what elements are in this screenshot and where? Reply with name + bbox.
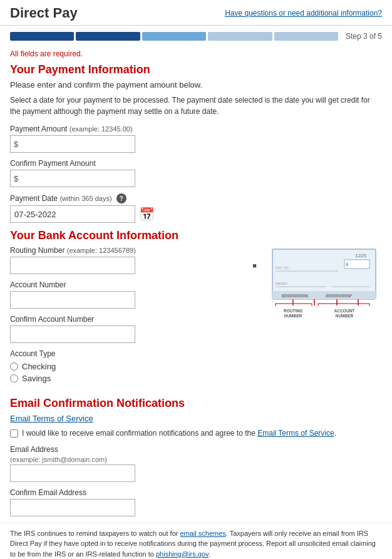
confirm-payment-label: Confirm Payment Amount	[10, 159, 382, 168]
email-consent-checkbox[interactable]	[10, 429, 18, 438]
bank-info-columns: Routing Number (example: 123456789) ■ Ac…	[10, 246, 382, 389]
phishing-link[interactable]: phishing@irs.gov	[156, 550, 209, 558]
svg-text:1225: 1225	[355, 253, 366, 259]
payment-info-text: Select a date for your payment to be pro…	[10, 95, 382, 117]
svg-rect-2	[344, 260, 369, 269]
savings-label: Savings	[22, 374, 51, 383]
svg-text:PAY TO: PAY TO	[276, 266, 289, 270]
account-label: Account Number	[10, 280, 259, 289]
confirm-payment-wrapper: $	[10, 170, 382, 187]
checking-radio-label[interactable]: Checking	[10, 362, 259, 371]
checkbox-text: I would like to receive email confirmati…	[22, 428, 336, 439]
tos-link[interactable]: Email Terms of Service	[10, 414, 93, 423]
date-wrapper: 📅	[10, 205, 382, 223]
confirm-dollar-prefix: $	[14, 174, 18, 183]
savings-radio-label[interactable]: Savings	[10, 374, 259, 383]
confirm-account-input[interactable]	[10, 326, 135, 343]
required-note: All fields are required.	[10, 49, 382, 58]
help-link[interactable]: Have questions or need additional inform…	[225, 9, 382, 18]
routing-input-wrapper: ■	[10, 257, 259, 274]
bank-section-title: Your Bank Account Information	[10, 229, 382, 242]
email-section-title: Email Confirmation Notifications	[10, 397, 382, 410]
payment-amount-label: Payment Amount (example: 12345.00)	[10, 125, 382, 133]
svg-text:000000000⑈: 000000000⑈	[326, 294, 352, 299]
confirm-email-label: Confirm Email Address	[10, 488, 382, 497]
svg-text:ROUTING: ROUTING	[284, 309, 302, 313]
payment-amount-group: Payment Amount (example: 12345.00) $	[10, 125, 382, 153]
calendar-icon[interactable]: 📅	[139, 207, 155, 222]
checking-radio[interactable]	[10, 362, 18, 371]
payment-date-label: Payment Date (within 365 days) ?	[10, 193, 382, 203]
savings-radio[interactable]	[10, 374, 18, 382]
payment-date-input[interactable]	[10, 205, 135, 223]
dollar-prefix: $	[14, 140, 18, 149]
payment-date-group: Payment Date (within 365 days) ? 📅	[10, 193, 382, 223]
email-consent-row: I would like to receive email confirmati…	[10, 428, 382, 439]
payment-desc: Please enter and confirm the payment amo…	[10, 80, 382, 90]
account-number-group: Account Number	[10, 280, 259, 309]
svg-text:⑆00000000⑆: ⑆00000000⑆	[282, 294, 309, 299]
confirm-payment-group: Confirm Payment Amount $	[10, 159, 382, 187]
step-1	[10, 32, 74, 41]
tos-inline-link[interactable]: Email Terms of Service	[257, 429, 334, 438]
step-label: Step 3 of 5	[346, 32, 382, 41]
page-header: Direct Pay Have questions or need additi…	[0, 0, 392, 26]
email-placeholder-hint: (example: jsmith@domain.com)	[10, 456, 382, 463]
confirm-account-label: Confirm Account Number	[10, 315, 259, 324]
payment-amount-wrapper: $	[10, 135, 382, 153]
notice-text-end: .	[209, 550, 210, 558]
check-diagram: 1225 $ PAY TO MEMO ⑆00000000⑆ 000000000⑈	[269, 246, 379, 321]
svg-text:$: $	[346, 262, 348, 267]
email-address-input[interactable]	[10, 464, 135, 482]
confirm-payment-input[interactable]	[10, 170, 135, 187]
step-5	[274, 32, 338, 41]
main-content: All fields are required. Your Payment In…	[0, 44, 392, 516]
routing-number-input[interactable]	[10, 257, 135, 274]
routing-label: Routing Number (example: 123456789)	[10, 246, 259, 255]
bank-fields: Routing Number (example: 123456789) ■ Ac…	[10, 246, 259, 389]
checking-label: Checking	[22, 362, 56, 371]
notice-text-before: The IRS continues to remind taxpayers to…	[10, 530, 180, 537]
account-type-label: Account Type	[10, 349, 259, 358]
svg-text:NUMBER: NUMBER	[284, 314, 302, 318]
account-type-group: Account Type Checking Savings	[10, 349, 259, 383]
svg-text:MEMO: MEMO	[276, 282, 287, 285]
account-number-input[interactable]	[10, 291, 135, 309]
account-type-radio-group: Checking Savings	[10, 362, 259, 383]
progress-steps	[10, 32, 338, 41]
payment-amount-input[interactable]	[10, 135, 135, 153]
step-2	[76, 32, 140, 41]
email-address-label: Email Address	[10, 445, 382, 454]
email-address-group: Email Address (example: jsmith@domain.co…	[10, 445, 382, 482]
payment-date-help-icon[interactable]: ?	[116, 193, 126, 203]
page-title: Direct Pay	[10, 5, 78, 21]
check-image-column: 1225 $ PAY TO MEMO ⑆00000000⑆ 000000000⑈	[269, 246, 382, 323]
payment-section-title: Your Payment Information	[10, 63, 382, 76]
step-3	[142, 32, 206, 41]
progress-bar: Step 3 of 5	[0, 26, 392, 44]
svg-text:NUMBER: NUMBER	[336, 314, 354, 318]
bottom-notice: The IRS continues to remind taxpayers to…	[0, 523, 392, 559]
routing-help-icon[interactable]: ■	[252, 262, 257, 269]
routing-number-group: Routing Number (example: 123456789) ■	[10, 246, 259, 274]
confirm-account-group: Confirm Account Number	[10, 315, 259, 343]
confirm-email-group: Confirm Email Address	[10, 488, 382, 516]
confirm-email-input[interactable]	[10, 499, 135, 516]
step-4	[208, 32, 272, 41]
svg-text:ACCOUNT: ACCOUNT	[334, 309, 355, 313]
email-schemes-link[interactable]: email schemes	[180, 530, 225, 537]
